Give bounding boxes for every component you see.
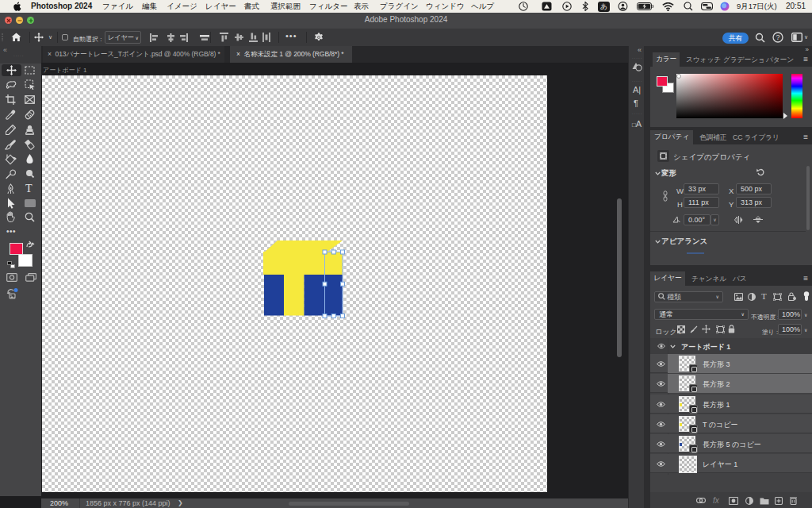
svg-text:?: ? bbox=[776, 33, 779, 41]
